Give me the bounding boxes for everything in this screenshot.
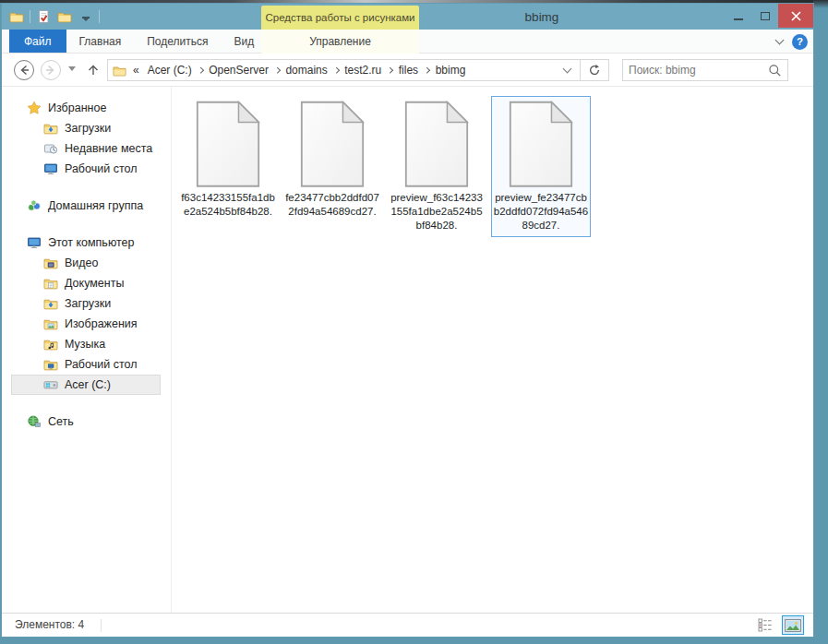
breadcrumb-segment[interactable]: OpenServer <box>203 64 274 77</box>
sidebar-item-label: Видео <box>65 256 99 269</box>
breadcrumb-segment[interactable]: test2.ru <box>339 64 387 77</box>
details-view-button[interactable] <box>754 615 776 635</box>
pictures-folder-icon <box>43 316 58 331</box>
file-icon <box>194 101 262 188</box>
breadcrumb-separator-icon[interactable] <box>333 67 339 73</box>
file-item[interactable]: f63c14233155fa1dbe2a524b5bf84b28. <box>178 96 278 223</box>
recent-places-icon <box>43 141 58 156</box>
back-arrow-icon <box>18 65 30 76</box>
new-folder-icon <box>57 9 72 24</box>
maximize-button[interactable] <box>751 4 778 28</box>
properties-button[interactable] <box>35 8 52 25</box>
large-icons-view-icon <box>785 619 801 632</box>
address-bar: « Acer (C:) OpenServer domains test2.ru … <box>2 54 813 87</box>
forward-button[interactable] <box>41 60 61 80</box>
details-view-icon <box>758 618 773 632</box>
music-folder-icon <box>43 337 58 352</box>
explorer-icon <box>8 8 25 25</box>
refresh-button[interactable] <box>581 60 608 80</box>
main-area: Избранное Загрузки Нед <box>2 87 813 613</box>
large-icons-view-button[interactable] <box>782 615 804 635</box>
sidebar-item-network[interactable]: Сеть <box>11 411 161 432</box>
breadcrumb-segment[interactable]: files <box>393 64 424 77</box>
sidebar-item-acer-c[interactable]: Acer (C:) <box>11 375 161 395</box>
file-icon <box>402 101 471 188</box>
maximize-icon <box>761 12 770 20</box>
close-button[interactable] <box>778 4 813 28</box>
collapse-ribbon-icon[interactable] <box>775 36 785 45</box>
ribbon-tab-row: Файл Главная Поделиться Вид Управление ? <box>2 30 813 54</box>
status-separator <box>101 619 102 632</box>
properties-icon <box>36 9 51 24</box>
file-item[interactable]: preview_f63c14233155fa1dbe2a524b5bf84b28… <box>387 96 486 237</box>
sidebar-item-downloads[interactable]: Загрузки <box>11 118 161 138</box>
search-input[interactable] <box>629 61 763 79</box>
breadcrumb-segment[interactable]: Acer (C:) <box>142 64 198 77</box>
sidebar-item-label: Загрузки <box>65 297 111 310</box>
items-count: Элементов: 4 <box>15 618 84 631</box>
sidebar-item-label: Загрузки <box>65 122 111 135</box>
sidebar-item-label: Сеть <box>48 415 74 428</box>
refresh-icon <box>588 64 601 77</box>
star-icon <box>27 101 42 115</box>
file-list: f63c14233155fa1dbe2a524b5bf84b28. fe2347… <box>172 87 813 613</box>
sidebar-item-videos[interactable]: Видео <box>11 253 161 273</box>
sidebar-item-this-pc[interactable]: Этот компьютер <box>11 233 161 253</box>
breadcrumb-collapsed-prefix[interactable]: « <box>133 64 139 77</box>
sidebar-item-homegroup[interactable]: Домашняя группа <box>11 196 161 216</box>
desktop-wallpaper-corner <box>813 0 828 8</box>
computer-icon <box>27 235 42 250</box>
tab-view[interactable]: Вид <box>221 30 267 53</box>
sidebar-item-label: Изображения <box>65 317 138 330</box>
up-button[interactable] <box>84 61 102 79</box>
sidebar-item-desktop-pc[interactable]: Рабочий стол <box>11 354 161 375</box>
homegroup-icon <box>27 198 42 213</box>
status-bar: Элементов: 4 <box>2 613 813 637</box>
breadcrumb-segment[interactable]: bbimg <box>430 64 472 77</box>
tab-file[interactable]: Файл <box>9 30 66 53</box>
file-item[interactable]: fe23477cbb2ddfd072fd94a54689cd27. <box>282 96 382 223</box>
documents-folder-icon <box>43 276 58 291</box>
ribbon-right-controls: ? <box>776 30 808 54</box>
file-name: f63c14233155fa1dbe2a524b5bf84b28. <box>180 191 276 219</box>
address-dropdown-icon[interactable] <box>563 65 572 74</box>
breadcrumb-separator-icon[interactable] <box>274 67 280 73</box>
breadcrumb[interactable]: « Acer (C:) OpenServer domains test2.ru … <box>107 59 609 81</box>
search-box <box>622 59 788 81</box>
sidebar-item-documents[interactable]: Документы <box>11 273 161 293</box>
sidebar-item-favorites[interactable]: Избранное <box>11 98 161 118</box>
close-icon <box>791 11 801 21</box>
window-controls <box>725 4 813 28</box>
title-bar: Средства работы с рисунками bbimg <box>2 4 813 30</box>
sidebar-item-label: Рабочий стол <box>65 358 137 371</box>
sidebar-item-label: Домашняя группа <box>48 199 143 212</box>
tab-manage[interactable]: Управление <box>261 30 419 54</box>
breadcrumb-segment[interactable]: domains <box>280 64 332 77</box>
contextual-tab-group[interactable]: Средства работы с рисунками <box>261 6 419 30</box>
sidebar-item-label: Недавние места <box>65 142 152 155</box>
tab-home[interactable]: Главная <box>66 30 135 53</box>
customize-qat-button[interactable] <box>78 8 94 25</box>
sidebar-item-recent-places[interactable]: Недавние места <box>11 138 161 159</box>
breadcrumb-separator-icon[interactable] <box>387 67 392 73</box>
sidebar-item-downloads-pc[interactable]: Загрузки <box>11 293 161 314</box>
help-button[interactable]: ? <box>792 34 808 50</box>
minimize-button[interactable] <box>725 4 751 28</box>
breadcrumb-separator-icon[interactable] <box>198 67 203 73</box>
tab-share[interactable]: Поделиться <box>134 30 221 53</box>
videos-folder-icon <box>43 256 58 270</box>
sidebar-item-label: Музыка <box>65 338 105 351</box>
new-folder-button[interactable] <box>56 8 73 25</box>
window-title: bbimg <box>482 4 602 30</box>
drive-icon <box>43 377 58 392</box>
sidebar-item-pictures[interactable]: Изображения <box>11 314 161 334</box>
sidebar-item-music[interactable]: Музыка <box>11 334 161 354</box>
qat-separator <box>99 10 100 23</box>
back-button[interactable] <box>14 60 34 80</box>
recent-locations-dropdown[interactable] <box>68 66 76 71</box>
search-icon[interactable] <box>768 64 782 78</box>
breadcrumb-separator-icon[interactable] <box>424 67 429 73</box>
view-toggles <box>754 615 804 635</box>
sidebar-item-desktop[interactable]: Рабочий стол <box>11 159 161 179</box>
file-item-selected[interactable]: preview_fe23477cbb2ddfd072fd94a54689cd27… <box>491 96 591 237</box>
